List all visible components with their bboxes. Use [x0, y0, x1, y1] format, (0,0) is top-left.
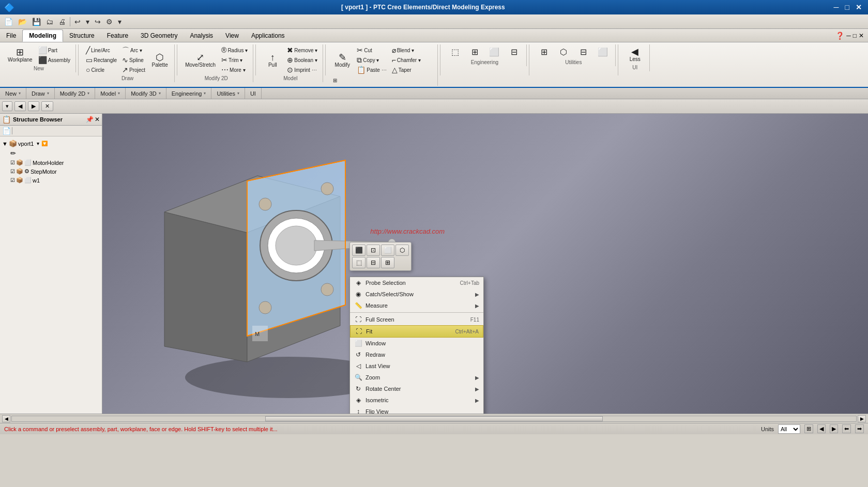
dropdown-nav-button[interactable]: ▾ [2, 101, 12, 111]
blend-button[interactable]: ⌀ Blend ▾ [390, 45, 423, 55]
popup-btn-mode2[interactable]: ⊟ [367, 257, 380, 268]
units-btn-3[interactable]: ▶ [830, 424, 838, 433]
cm-flip-view[interactable]: ↕ Flip View [350, 406, 483, 414]
scroll-left-button[interactable]: ◀ [2, 415, 10, 422]
util-btn-3[interactable]: ⊟ [574, 45, 592, 58]
ribbon-label-modify3d[interactable]: Modify 3D▾ [126, 88, 166, 99]
util-btn-4[interactable]: ⬜ [593, 45, 612, 58]
stepmotor-checkbox[interactable]: ☑ [10, 169, 15, 174]
transform-2-button[interactable]: ⊠ [331, 85, 345, 86]
assembly-button[interactable]: ⬛ Assembly [36, 55, 72, 65]
popup-btn-shaded[interactable]: ⬛ [352, 245, 366, 256]
w1-checkbox[interactable]: ☑ [10, 177, 15, 183]
remove-button[interactable]: ✖ Remove ▾ [285, 45, 319, 55]
maximize-button[interactable]: □ [843, 3, 851, 11]
imprint-button[interactable]: ⊙ Imprint ⋯ [285, 65, 319, 74]
scroll-track[interactable] [11, 416, 857, 422]
cm-full-screen[interactable]: ⛶ Full Screen F11 [350, 314, 483, 325]
ribbon-label-draw[interactable]: Draw▾ [26, 88, 55, 99]
tree-item-stepmotor[interactable]: ☑ 📦 ⚙ StepMotor [2, 167, 100, 176]
ribbon-label-ui[interactable]: UI [245, 88, 262, 99]
viewport[interactable]: M http://www.crackcad.com ⬛ ⊡ ⬜ ⬡ ⬚ ⊟ ⊞ [102, 114, 868, 414]
sb-pin-button[interactable]: 📌 [86, 116, 94, 123]
redo-button[interactable]: ↪ [93, 17, 103, 27]
chamfer-button[interactable]: ⌐ Chamfer ▾ [390, 55, 423, 65]
ribbon-label-model[interactable]: Model▾ [95, 88, 126, 99]
print-button[interactable]: 🖨 [56, 17, 68, 27]
tree-item-w1[interactable]: ☑ 📦 ⬜ w1 [2, 176, 100, 185]
modify-button[interactable]: ✎ Modify [331, 51, 354, 69]
root-dropdown[interactable]: ▾ [37, 141, 39, 146]
boolean-button[interactable]: ⊕ Boolean ▾ [285, 55, 319, 65]
forward-nav-button[interactable]: ▶ [28, 101, 39, 111]
help-icon[interactable]: ❓ [835, 32, 844, 40]
workplane-button[interactable]: ⊞ Workplane [5, 46, 35, 64]
sb-new-btn[interactable]: 📄 [2, 127, 11, 135]
spline-button[interactable]: ∿ Spline [120, 55, 147, 65]
close-nav-button[interactable]: ✕ [41, 101, 53, 111]
less-button[interactable]: ◀ Less [623, 45, 646, 64]
util-btn-2[interactable]: ⬡ [554, 45, 573, 58]
ribbon-label-engineering[interactable]: Engineering▾ [166, 88, 212, 99]
popup-btn-transparent[interactable]: ⬡ [395, 245, 409, 256]
close-button[interactable]: ✕ [854, 3, 864, 11]
save-button[interactable]: 💾 [30, 17, 43, 27]
menu-modeling[interactable]: Modeling [22, 29, 63, 42]
special-button[interactable]: ⚙ [104, 17, 115, 27]
cm-last-view[interactable]: ◁ Last View [350, 360, 483, 372]
paste-button[interactable]: 📋 Paste ⋯ [355, 65, 388, 74]
rectangle-button[interactable]: ▭ Rectangle [84, 55, 119, 65]
menu-view[interactable]: View [219, 30, 245, 41]
ribbon-label-modify2d[interactable]: Modify 2D▾ [55, 88, 96, 99]
cm-zoom[interactable]: 🔍 Zoom ▶ [350, 372, 483, 383]
popup-btn-wireframe[interactable]: ⊡ [367, 245, 380, 256]
taper-button[interactable]: △ Taper [390, 65, 423, 74]
undo-button[interactable]: ↩ [72, 17, 83, 27]
tree-item-motorholder[interactable]: ☑ 📦 ⬜ MotorHolder [2, 158, 100, 167]
eng-btn-2[interactable]: ⊞ [465, 45, 484, 58]
units-btn-2[interactable]: ◀ [817, 424, 826, 433]
cut-button[interactable]: ✂ Cut [355, 45, 388, 55]
line-arc-button[interactable]: ╱ Line/Arc [84, 45, 119, 55]
minimize-button[interactable]: ─ [832, 3, 841, 11]
radius-button[interactable]: ® Radius ▾ [219, 45, 250, 55]
more-2d-button[interactable]: ⋯ More ▾ [219, 65, 250, 74]
cm-measure[interactable]: 📏 Measure ▶ [350, 300, 483, 311]
cm-fit[interactable]: ⛶ Fit Ctrl+Alt+A [350, 325, 483, 338]
scroll-right-button[interactable]: ▶ [858, 415, 866, 422]
menu-applications[interactable]: Applications [245, 30, 291, 41]
undo-dropdown[interactable]: ▾ [84, 17, 92, 27]
motorholder-checkbox[interactable]: ☑ [10, 160, 15, 165]
util-btn-1[interactable]: ⊞ [535, 45, 553, 58]
cm-isometric[interactable]: ◈ Isometric ▶ [350, 394, 483, 406]
copy-button[interactable]: ⧉ Copy ▾ [355, 55, 388, 65]
cm-rotate-center[interactable]: ↻ Rotate Center ▶ [350, 383, 483, 394]
cm-catch-select-show[interactable]: ◉ Catch/Select/Show ▶ [350, 288, 483, 300]
units-btn-1[interactable]: ⊞ [804, 424, 813, 433]
qa-dropdown[interactable]: ▾ [116, 17, 124, 27]
arc-button[interactable]: ⌒ Arc ▾ [120, 45, 147, 55]
open-button[interactable]: 📂 [16, 17, 29, 27]
restore-window[interactable]: □ [853, 32, 857, 39]
units-btn-5[interactable]: ➡ [855, 424, 864, 433]
ribbon-label-new[interactable]: New▾ [0, 88, 26, 99]
part-button[interactable]: ⬜ Part [36, 45, 72, 55]
cm-probe-selection[interactable]: ◈ Probe Selection Ctrl+Tab [350, 277, 483, 288]
circle-button[interactable]: ○ Circle [84, 65, 119, 74]
cm-redraw[interactable]: ↺ Redraw [350, 349, 483, 360]
menu-feature[interactable]: Feature [101, 30, 134, 41]
popup-btn-shaded2[interactable]: ⬚ [352, 257, 366, 268]
new-doc-button[interactable]: 📄 [2, 17, 15, 27]
units-btn-4[interactable]: ⬅ [842, 424, 851, 433]
sb-close-button[interactable]: ✕ [95, 116, 100, 123]
trim-button[interactable]: ✂ Trim ▾ [219, 55, 250, 65]
units-select[interactable]: All mm inch [778, 424, 800, 434]
palette-button[interactable]: ⬡ Palette [148, 51, 171, 69]
transform-1-button[interactable]: ⊞ [331, 77, 345, 84]
eng-btn-3[interactable]: ⬜ [485, 45, 504, 58]
root-filter[interactable]: 🔽 [41, 141, 48, 146]
eng-btn-1[interactable]: ⬚ [446, 45, 464, 58]
pull-button[interactable]: ↑ Pull [261, 51, 284, 69]
move-stretch-button[interactable]: ⤢ Move/Stretch [182, 51, 218, 69]
ribbon-label-utilities[interactable]: Utilities▾ [211, 88, 245, 99]
